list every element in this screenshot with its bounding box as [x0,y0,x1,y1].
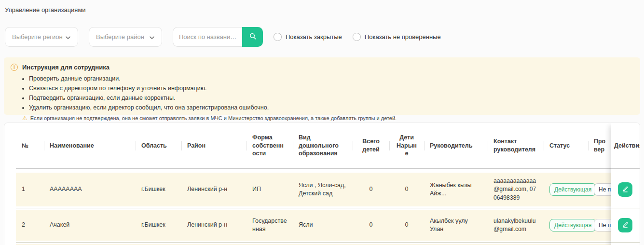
header-status: Статус [544,142,588,150]
header-district: Район [181,142,247,150]
cell-num: 2 [16,221,44,230]
header-num: № [16,142,44,150]
header-naryn-children: Дети Нарыне [389,134,424,158]
cell-district: Ленинский р-н [181,221,247,230]
header-head-contact: Контакт руководителя [488,137,544,154]
search-group [173,27,263,47]
instruction-item: Проверить данные организации. [29,75,631,82]
cell-naryn-children: 0 [389,185,424,194]
pencil-icon [622,185,629,194]
actions-column: Действия [611,123,640,245]
cell-status: Действующая [544,183,588,196]
info-icon [11,64,18,71]
table-header-row: № Наименование Область Район Форма собст… [16,123,640,169]
edit-button[interactable] [618,218,632,232]
warning-icon [22,115,27,121]
cell-name: АААААААА [44,185,136,194]
cell-head-contact: aaaaaaaaaaaaa@gmail.com, 0706498389 [488,177,544,202]
page-title: Управление организациями [0,0,644,14]
district-select[interactable]: Выберите район [89,27,162,47]
instruction-panel: Инструкция для сотрудника Проверить данн… [4,57,640,115]
search-input[interactable] [173,27,242,47]
cell-head: Жаныбек кызы Айж... [424,181,488,198]
instruction-item: Связаться с директором по телефону и уто… [29,85,631,92]
checkbox-circle-icon[interactable] [353,33,361,41]
search-button[interactable] [242,27,263,47]
header-actions: Действия [611,123,640,169]
cell-name: Ачакей [44,221,136,230]
cell-naryn-children: 0 [389,221,424,230]
cell-ownership: ИП [247,185,293,194]
cell-status: Действующая [544,219,588,232]
cell-region: г.Бишкек [136,185,181,194]
organizations-table: № Наименование Область Район Форма собст… [4,122,640,245]
chevron-down-icon [65,33,71,41]
header-edu-type: Вид дошкольного образования [293,134,353,158]
search-icon [249,32,257,41]
checkbox-show-unverified[interactable]: Показать не проверенные [353,33,441,41]
instruction-title: Инструкция для сотрудника [22,64,110,71]
cell-district: Ленинский р-н [181,185,247,194]
checkbox-show-closed-label: Показать закрытые [286,33,342,41]
header-total-children: Всего детей [353,137,389,154]
region-select-value: Выберите регион [12,33,63,41]
region-select[interactable]: Выберите регион [5,27,78,47]
header-verification: Провер [588,137,614,154]
cell-total-children: 0 [353,185,389,194]
district-select-value: Выберите район [96,33,144,41]
warning-text: Если организация не подтверждена, она не… [30,115,397,121]
cell-head: Акылбек уулу Улан [424,217,488,234]
cell-edu-type: Ясли , Ясли-сад, Детский сад [293,181,353,198]
checkbox-circle-icon[interactable] [274,33,282,41]
instruction-item: Удалить организацию, если директор сообщ… [29,104,631,111]
header-name: Наименование [44,142,136,150]
filter-bar: Выберите регион Выберите район Показать … [5,27,644,47]
cell-num: 1 [16,185,44,194]
checkbox-show-closed[interactable]: Показать закрытые [274,33,342,41]
cell-ownership: Государственная [247,217,293,234]
instruction-item: Подтвердить организацию, если данные кор… [29,95,631,101]
header-head: Руководитель [424,142,488,150]
chevron-down-icon [149,33,155,41]
checkbox-show-unverified-label: Показать не проверенные [365,33,441,41]
cell-verification: Не провер [588,219,614,232]
table-row: 1 АААААААА г.Бишкек Ленинский р-н ИП Ясл… [16,173,640,206]
edit-button[interactable] [618,182,632,197]
cell-verification: Не провер [588,183,614,196]
header-region: Область [136,142,181,150]
cell-region: г.Бишкек [136,221,181,230]
cell-total-children: 0 [353,221,389,230]
header-ownership: Форма собственности [247,134,293,158]
cell-edu-type: Ясли [293,221,353,230]
pencil-icon [622,221,629,230]
cell-head-contact: ulanakylbekuulu@gmail.com [488,217,544,233]
instruction-list: Проверить данные организации. Связаться … [29,75,631,111]
table-row: 2 Ачакей г.Бишкек Ленинский р-н Государс… [16,210,640,241]
